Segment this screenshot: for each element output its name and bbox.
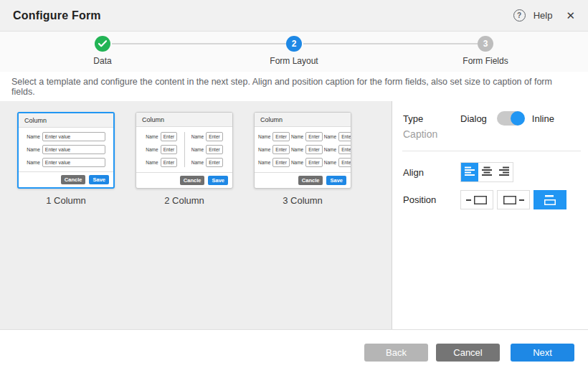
preview-field-label: Name <box>258 160 270 165</box>
preview-save-button: Save <box>89 175 109 184</box>
preview-field-row: NameEnter <box>258 132 290 141</box>
preview-field-row: NameEnter value <box>27 132 105 141</box>
title-bar: Configure Form ? Help ✕ <box>0 0 588 32</box>
back-button[interactable]: Back <box>364 344 428 362</box>
preview-field-input: Enter <box>161 158 178 167</box>
preview-field-label: Name <box>146 160 158 165</box>
preview-field-input: Enter value <box>42 145 105 154</box>
preview-field-label: Name <box>324 147 336 152</box>
align-label: Align <box>403 167 460 178</box>
preview-field-label: Name <box>191 160 204 165</box>
preview-column: NameEnterNameEnterNameEnter <box>258 130 290 169</box>
preview-cancel-button: Cancle <box>298 176 323 185</box>
align-left-button[interactable] <box>461 163 478 181</box>
preview-field-row: NameEnter <box>324 158 351 167</box>
preview-field-row: NameEnter <box>291 145 323 154</box>
preview-field-label: Name <box>191 134 204 139</box>
preview-column: NameEnterNameEnterNameEnter <box>140 130 184 169</box>
preview-field-label: Name <box>27 134 40 139</box>
preview-field-input: Enter <box>272 158 290 167</box>
preview-field-input: Enter <box>272 132 290 141</box>
caption-divider <box>402 151 581 151</box>
position-row: Position <box>403 190 570 209</box>
page-title: Configure Form <box>13 9 513 22</box>
stepper-step-form-layout[interactable]: 2Form Layout <box>255 36 333 66</box>
preview-column-divider <box>184 132 185 167</box>
preview-field-input: Enter <box>161 145 178 154</box>
preview-field-input: Enter <box>206 145 223 154</box>
position-caption-top-icon <box>539 194 561 206</box>
preview-field-input: Enter <box>338 132 351 141</box>
preview-title: Column <box>255 113 351 127</box>
type-toggle[interactable] <box>497 111 524 126</box>
template-preview: ColumnNameEnterNameEnterNameEnterNameEnt… <box>136 112 233 189</box>
position-caption-top-button[interactable] <box>534 190 566 209</box>
close-icon[interactable]: ✕ <box>566 10 575 21</box>
step-label: Form Layout <box>270 56 318 66</box>
template-card-3-column[interactable]: ColumnNameEnterNameEnterNameEnterNameEnt… <box>254 112 351 206</box>
template-card-label: 2 Column <box>136 195 233 206</box>
align-row: Align <box>403 162 513 182</box>
preview-field-input: Enter <box>338 158 351 167</box>
settings-panel: Type Dialog Inline Caption Align Positio… <box>392 101 588 329</box>
preview-field-label: Name <box>27 147 40 152</box>
preview-field-row: NameEnter <box>191 132 223 141</box>
template-preview: ColumnNameEnter valueNameEnter valueName… <box>17 112 115 189</box>
position-caption-right-button[interactable] <box>497 190 530 209</box>
preview-body: NameEnter valueNameEnter valueNameEnter … <box>19 128 113 171</box>
preview-field-row: NameEnter <box>291 158 323 167</box>
align-left-icon <box>465 166 475 179</box>
preview-field-label: Name <box>291 134 303 139</box>
preview-field-row: NameEnter <box>146 132 177 141</box>
help-link[interactable]: Help <box>534 10 553 21</box>
preview-field-input: Enter <box>305 132 323 141</box>
preview-field-label: Name <box>27 160 40 165</box>
preview-field-input: Enter <box>206 132 223 141</box>
help-icon[interactable]: ? <box>513 9 526 22</box>
preview-field-input: Enter value <box>42 132 105 141</box>
position-button-group <box>460 190 570 209</box>
preview-field-row: NameEnter value <box>27 158 105 167</box>
preview-field-label: Name <box>324 160 336 165</box>
align-center-button[interactable] <box>478 163 495 181</box>
template-card-2-column[interactable]: ColumnNameEnterNameEnterNameEnterNameEnt… <box>136 112 233 206</box>
preview-field-row: NameEnter <box>191 158 223 167</box>
align-center-icon <box>482 166 493 179</box>
preview-title: Column <box>136 113 232 127</box>
preview-field-row: NameEnter value <box>27 145 105 154</box>
preview-field-label: Name <box>146 147 158 152</box>
preview-field-row: NameEnter <box>324 132 351 141</box>
preview-field-row: NameEnter <box>258 158 290 167</box>
cancel-button[interactable]: Cancel <box>436 344 500 362</box>
type-option-dialog: Dialog <box>460 113 487 124</box>
preview-save-button: Save <box>326 176 346 185</box>
step-label: Data <box>93 56 111 66</box>
align-right-button[interactable] <box>495 163 513 181</box>
template-card-label: 3 Column <box>254 195 351 206</box>
template-card-1-column[interactable]: ColumnNameEnter valueNameEnter valueName… <box>17 112 115 206</box>
preview-column: NameEnterNameEnterNameEnter <box>186 130 229 169</box>
position-caption-left-button[interactable] <box>460 190 493 209</box>
preview-field-input: Enter <box>206 158 223 167</box>
stepper: Data2Form Layout3Form Fields <box>0 32 588 72</box>
step-label: Form Fields <box>463 56 508 66</box>
preview-field-input: Enter <box>272 145 290 154</box>
preview-body: NameEnterNameEnterNameEnterNameEnterName… <box>255 127 351 172</box>
stepper-step-form-fields[interactable]: 3Form Fields <box>446 36 525 66</box>
preview-save-button: Save <box>208 176 228 185</box>
preview-cancel-button: Cancle <box>180 176 205 185</box>
align-right-icon <box>499 166 510 179</box>
configure-form-dialog: Configure Form ? Help ✕ Data2Form Layout… <box>0 0 588 373</box>
next-button[interactable]: Next <box>511 344 574 362</box>
preview-footer: CancleSave <box>255 172 351 188</box>
align-button-group <box>460 162 513 182</box>
stepper-step-data[interactable]: Data <box>63 36 142 66</box>
preview-field-row: NameEnter <box>146 158 177 167</box>
preview-title: Column <box>19 113 113 128</box>
preview-field-row: NameEnter <box>324 145 351 154</box>
preview-field-row: NameEnter <box>191 145 223 154</box>
preview-field-row: NameEnter <box>291 132 323 141</box>
content-area: ColumnNameEnter valueNameEnter valueName… <box>0 101 588 329</box>
position-label: Position <box>403 194 460 205</box>
preview-field-label: Name <box>324 134 336 139</box>
